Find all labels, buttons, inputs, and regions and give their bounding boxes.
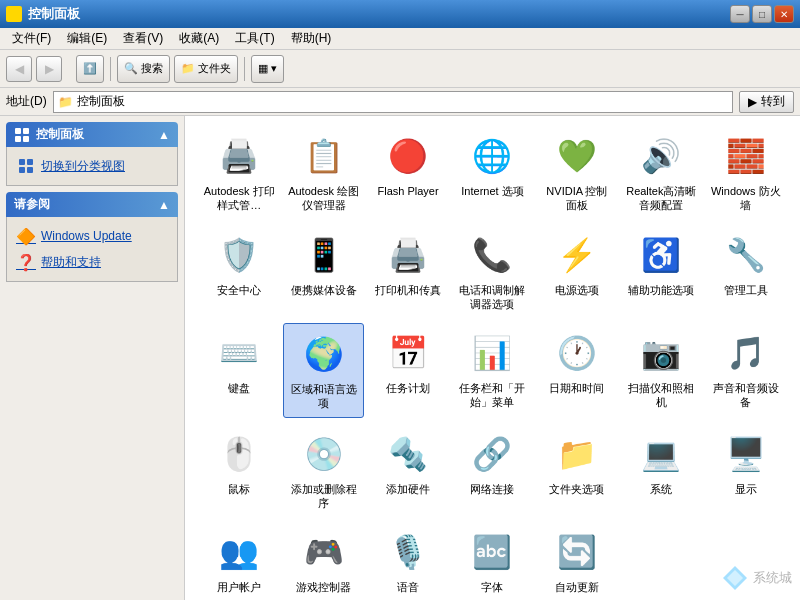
icon-item-autodesk-print[interactable]: 🖨️Autodesk 打印样式管…: [199, 126, 279, 219]
autodesk-print-label: Autodesk 打印样式管…: [203, 184, 275, 213]
menu-item-favorites[interactable]: 收藏(A): [171, 28, 227, 49]
icon-item-sound-audio[interactable]: 🎵声音和音频设备: [706, 323, 786, 418]
back-button[interactable]: ◀: [6, 56, 32, 82]
mouse-icon: 🖱️: [215, 430, 263, 478]
close-button[interactable]: ✕: [774, 5, 794, 23]
icon-item-portable-media[interactable]: 📱便携媒体设备: [283, 225, 363, 318]
view-button[interactable]: ▦ ▾: [251, 55, 284, 83]
icon-item-phone-modem[interactable]: 📞电话和调制解调器选项: [452, 225, 532, 318]
windows-firewall-label: Windows 防火墙: [710, 184, 782, 213]
add-hardware-label: 添加硬件: [386, 482, 430, 496]
svg-rect-7: [23, 136, 29, 142]
icon-item-internet-options[interactable]: 🌐Internet 选项: [452, 126, 532, 219]
nvidia-panel-icon: 💚: [553, 132, 601, 180]
control-panel-body: 切换到分类视图: [6, 147, 178, 186]
search-icon: 🔍: [124, 62, 138, 75]
scanner-camera-icon: 📷: [637, 329, 685, 377]
control-panel-section: 控制面板 ▲ 切换到分类视图: [6, 122, 178, 186]
icon-item-accessibility[interactable]: ♿辅助功能选项: [621, 225, 701, 318]
region-language-icon: 🌍: [300, 330, 348, 378]
icon-item-region-language[interactable]: 🌍区域和语言选项: [283, 323, 363, 418]
icon-item-mouse[interactable]: 🖱️鼠标: [199, 424, 279, 517]
see-also-header[interactable]: 请参阅 ▲: [6, 192, 178, 217]
autodesk-plotter-icon: 📋: [300, 132, 348, 180]
svg-rect-3: [15, 15, 20, 20]
icon-item-speech[interactable]: 🎙️语音: [368, 522, 448, 600]
icon-item-taskbar-menu[interactable]: 📊任务栏和「开始」菜单: [452, 323, 532, 418]
icon-item-display[interactable]: 🖥️显示: [706, 424, 786, 517]
address-input[interactable]: [77, 95, 728, 109]
icon-item-system[interactable]: 💻系统: [621, 424, 701, 517]
icon-item-flash-player[interactable]: 🔴Flash Player: [368, 126, 448, 219]
fonts-label: 字体: [481, 580, 503, 594]
icon-item-network-connections[interactable]: 🔗网络连接: [452, 424, 532, 517]
chevron-up-icon-2: ▲: [158, 198, 170, 212]
icon-item-game-controllers[interactable]: 🎮游戏控制器: [283, 522, 363, 600]
autodesk-plotter-label: Autodesk 绘图仪管理器: [288, 184, 360, 213]
window-title: 控制面板: [28, 5, 80, 23]
icon-item-realtek-audio[interactable]: 🔊Realtek高清晰音频配置: [621, 126, 701, 219]
game-controllers-icon: 🎮: [300, 528, 348, 576]
icon-item-fonts[interactable]: 🔤字体: [452, 522, 532, 600]
forward-button[interactable]: ▶: [36, 56, 62, 82]
menu-item-view[interactable]: 查看(V): [115, 28, 171, 49]
mouse-label: 鼠标: [228, 482, 250, 496]
icon-item-power-options[interactable]: ⚡电源选项: [537, 225, 617, 318]
icon-item-add-remove[interactable]: 💿添加或删除程序: [283, 424, 363, 517]
folders-button[interactable]: 📁 文件夹: [174, 55, 238, 83]
power-options-label: 电源选项: [555, 283, 599, 297]
date-time-label: 日期和时间: [549, 381, 604, 395]
icon-item-task-scheduler[interactable]: 📅任务计划: [368, 323, 448, 418]
up-button[interactable]: ⬆️: [76, 55, 104, 83]
security-center-label: 安全中心: [217, 283, 261, 297]
icon-item-add-hardware[interactable]: 🔩添加硬件: [368, 424, 448, 517]
add-remove-icon: 💿: [300, 430, 348, 478]
task-scheduler-label: 任务计划: [386, 381, 430, 395]
windows-update-item[interactable]: 🔶 Windows Update: [15, 223, 169, 249]
speech-label: 语音: [397, 580, 419, 594]
go-button[interactable]: ▶ 转到: [739, 91, 794, 113]
svg-rect-10: [19, 167, 25, 173]
accessibility-icon: ♿: [637, 231, 685, 279]
icon-item-autodesk-plotter[interactable]: 📋Autodesk 绘图仪管理器: [283, 126, 363, 219]
folder-options-icon: 📁: [553, 430, 601, 478]
maximize-button[interactable]: □: [752, 5, 772, 23]
display-label: 显示: [735, 482, 757, 496]
portable-media-label: 便携媒体设备: [291, 283, 357, 297]
control-panel-header[interactable]: 控制面板 ▲: [6, 122, 178, 147]
user-accounts-label: 用户帐户: [217, 580, 261, 594]
help-support-item[interactable]: ❓ 帮助和支持: [15, 249, 169, 275]
icon-item-user-accounts[interactable]: 👥用户帐户: [199, 522, 279, 600]
icon-item-security-center[interactable]: 🛡️安全中心: [199, 225, 279, 318]
switch-view-item[interactable]: 切换到分类视图: [15, 153, 169, 179]
internet-options-icon: 🌐: [468, 132, 516, 180]
security-center-icon: 🛡️: [215, 231, 263, 279]
keyboard-icon: ⌨️: [215, 329, 263, 377]
search-button[interactable]: 🔍 搜索: [117, 55, 170, 83]
icon-item-folder-options[interactable]: 📁文件夹选项: [537, 424, 617, 517]
realtek-audio-icon: 🔊: [637, 132, 685, 180]
icon-item-auto-update[interactable]: 🔄自动更新: [537, 522, 617, 600]
menu-item-file[interactable]: 文件(F): [4, 28, 59, 49]
printers-fax-icon: 🖨️: [384, 231, 432, 279]
icon-item-nvidia-panel[interactable]: 💚NVIDIA 控制面板: [537, 126, 617, 219]
menu-item-tools[interactable]: 工具(T): [227, 28, 282, 49]
taskbar-menu-icon: 📊: [468, 329, 516, 377]
date-time-icon: 🕐: [553, 329, 601, 377]
scanner-camera-label: 扫描仪和照相机: [625, 381, 697, 410]
minimize-button[interactable]: ─: [730, 5, 750, 23]
icon-item-scanner-camera[interactable]: 📷扫描仪和照相机: [621, 323, 701, 418]
icon-item-admin-tools[interactable]: 🔧管理工具: [706, 225, 786, 318]
icon-item-windows-firewall[interactable]: 🧱Windows 防火墙: [706, 126, 786, 219]
task-scheduler-icon: 📅: [384, 329, 432, 377]
menu-item-help[interactable]: 帮助(H): [283, 28, 340, 49]
icon-item-printers-fax[interactable]: 🖨️打印机和传真: [368, 225, 448, 318]
menu-item-edit[interactable]: 编辑(E): [59, 28, 115, 49]
title-bar: 控制面板 ─ □ ✕: [0, 0, 800, 28]
icon-item-keyboard[interactable]: ⌨️键盘: [199, 323, 279, 418]
help-support-icon: ❓: [17, 253, 35, 271]
windows-firewall-icon: 🧱: [722, 132, 770, 180]
address-input-wrap: 📁: [53, 91, 733, 113]
icon-item-date-time[interactable]: 🕐日期和时间: [537, 323, 617, 418]
folder-options-label: 文件夹选项: [549, 482, 604, 496]
